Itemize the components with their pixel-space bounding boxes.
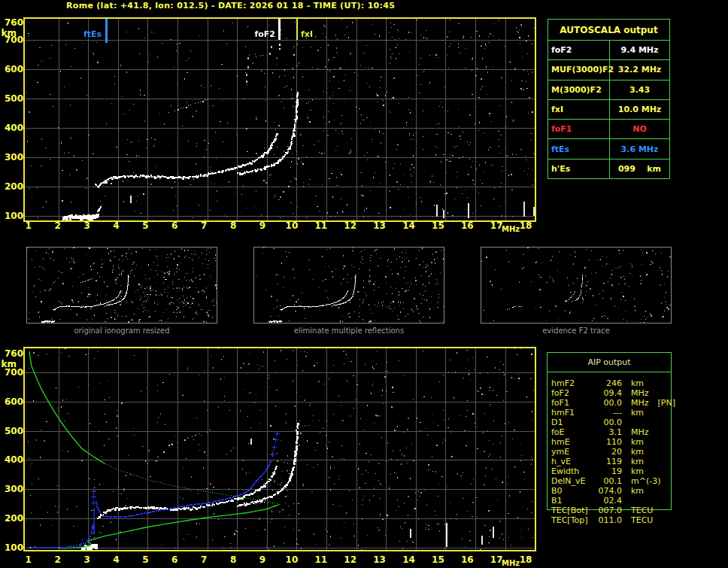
bottom-ionogram-canvas <box>25 348 535 550</box>
aip-row-value: 011.0 <box>595 515 622 525</box>
aip-row-value: 246 <box>595 378 622 388</box>
aip-table-row: foF100.0MHz[PN] <box>547 398 697 408</box>
x-axis-tick-label: 2 <box>55 554 61 565</box>
x-axis-tick-label: 14 <box>402 554 415 565</box>
autoscala-row-value: 3.6 MHz <box>610 139 669 158</box>
aip-table-title: AIP output <box>548 353 671 372</box>
y-axis-tick-label: 400 <box>5 454 23 465</box>
autoscala-row-value: 32.2 MHz <box>610 60 669 79</box>
y-axis-tick-label: 400 <box>5 123 23 133</box>
x-axis-tick-label: 4 <box>113 554 119 565</box>
aip-table-row: B0074.0km <box>547 486 697 496</box>
x-axis-tick-label: 12 <box>344 554 356 565</box>
autoscala-row-label: foF2 <box>548 41 610 59</box>
aip-row-label: DelN_vE <box>551 476 595 486</box>
aip-row-label: foF1 <box>551 398 595 408</box>
thumbnail-evidence-f2 <box>481 247 672 323</box>
x-axis-tick-label: 6 <box>171 554 177 565</box>
aip-table-row: Ewidth19km <box>547 466 697 476</box>
aip-row-value: 20 <box>595 447 622 457</box>
aip-table-row: foF209.4MHz <box>547 388 697 398</box>
aip-row-value: 3.1 <box>595 427 622 437</box>
aip-table-rows: hmF2246kmfoF209.4MHzfoF100.0MHz[PN]hmF1-… <box>547 378 697 525</box>
x-axis-tick-label: 6 <box>171 220 177 231</box>
x-axis-unit-label: MHz <box>502 559 520 567</box>
y-axis-tick-label: 500 <box>5 426 23 436</box>
autoscala-row-value: NO <box>610 120 669 138</box>
autoscala-table-row: M(3000)F23.43 <box>548 80 669 99</box>
aip-row-label: TEC[Top] <box>551 515 595 525</box>
autoscala-table-row: MUF(3000)F232.2 MHz <box>548 59 669 79</box>
autoscala-table-row: h'Es099 km <box>548 159 669 178</box>
aip-row-label: B0 <box>551 486 595 496</box>
thumbnail-caption-eliminate: eliminate multiple reflections <box>253 327 444 335</box>
aip-table-row: hmF2246km <box>547 378 697 388</box>
aip-table-row: hmE110km <box>547 437 697 447</box>
y-axis-tick-label: 600 <box>5 396 23 407</box>
x-axis-tick-label: 5 <box>142 220 148 231</box>
aip-row-unit: km <box>631 378 644 388</box>
x-axis-tick-label: 15 <box>432 554 444 565</box>
autoscala-table-row: foF29.4 MHz <box>548 40 669 59</box>
x-axis-tick-label: 18 <box>520 220 532 231</box>
fxI-marker-label: fxI <box>301 29 313 39</box>
x-axis-tick-label: 10 <box>286 554 299 565</box>
y-axis-tick-label: 760 <box>5 348 23 359</box>
x-axis-tick-label: 18 <box>520 554 532 565</box>
thumbnail-eliminate-canvas <box>254 248 444 323</box>
aip-row-unit: km <box>631 466 644 476</box>
autoscala-row-label: MUF(3000)F2 <box>548 60 610 79</box>
aip-row-label: hmE <box>551 437 595 447</box>
y-axis-tick-label: 300 <box>5 152 23 163</box>
x-axis-tick-label: 11 <box>314 554 327 565</box>
aip-row-label: foE <box>551 427 595 437</box>
aip-row-unit: MHz <box>631 427 649 437</box>
x-axis-tick-label: 8 <box>230 554 236 565</box>
y-axis-tick-label: 500 <box>5 93 23 104</box>
x-axis-tick-label: 10 <box>286 220 299 231</box>
x-axis-tick-label: 7 <box>201 554 207 565</box>
aip-row-label: h_vE <box>551 457 595 466</box>
x-axis-tick-label: 16 <box>461 554 474 565</box>
aip-row-label: D1 <box>551 418 595 427</box>
autoscala-row-value: 099 km <box>610 159 669 178</box>
x-axis-tick-label: 4 <box>113 220 119 231</box>
aip-row-value: --- <box>595 408 622 418</box>
y-axis-tick-label: 300 <box>5 484 23 494</box>
x-axis-tick-label: 14 <box>402 220 415 231</box>
autoscala-row-label: fxI <box>548 100 610 119</box>
aip-row-label: B1 <box>551 496 595 506</box>
y-axis-tick-label: 600 <box>5 64 23 74</box>
aip-row-value: 110 <box>595 437 622 447</box>
thumbnail-original-canvas <box>27 248 217 323</box>
autoscala-table-row: fxI10.0 MHz <box>548 99 669 119</box>
aip-row-value: 007.0 <box>595 506 622 515</box>
x-axis-unit-label: MHz <box>502 225 520 233</box>
y-axis-tick-label: 760 <box>5 17 23 28</box>
aip-table-row: ymE20km <box>547 447 697 457</box>
x-axis-tick-label: 2 <box>55 220 61 231</box>
aip-table-row: D100.0 <box>547 418 697 427</box>
autoscala-row-label: foF1 <box>548 120 610 138</box>
aip-row-value: 09.4 <box>595 388 622 398</box>
aip-table-row: B102.4 <box>547 496 697 506</box>
y-axis-tick-label: 700 <box>5 35 23 45</box>
x-axis-tick-label: 3 <box>83 554 89 565</box>
autoscala-row-value: 10.0 MHz <box>610 100 669 119</box>
aip-row-unit: MHz <box>631 388 649 398</box>
page-title: Rome (lat: +41.8, lon: 012.5) - DATE: 20… <box>66 1 395 11</box>
x-axis-tick-label: 9 <box>259 220 265 231</box>
y-axis-tick-label: 100 <box>5 211 23 221</box>
aip-row-value: 00.0 <box>595 398 622 408</box>
app-window: Rome (lat: +41.8, lon: 012.5) - DATE: 20… <box>0 0 728 568</box>
aip-table-row: foE3.1MHz <box>547 427 697 437</box>
thumbnail-evidence-canvas <box>481 248 671 323</box>
aip-row-unit: km <box>631 408 644 418</box>
x-axis-tick-label: 13 <box>373 554 386 565</box>
aip-table-row: h_vE119km <box>547 457 697 466</box>
aip-row-unit: MHz <box>631 398 649 408</box>
y-axis-tick-label: 200 <box>5 181 23 192</box>
x-axis-tick-label: 1 <box>26 554 32 565</box>
aip-row-label: Ewidth <box>551 466 595 476</box>
x-axis-tick-label: 15 <box>432 220 444 231</box>
